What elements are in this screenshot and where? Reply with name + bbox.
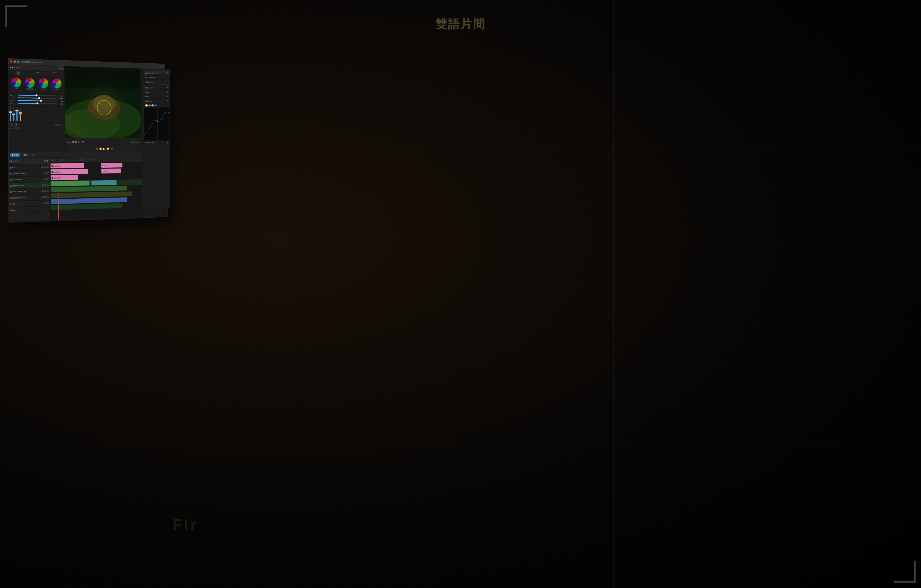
timeline-tab-active[interactable]: 参差初5 [10, 153, 20, 156]
cmd-button[interactable]: ⌘ [14, 123, 18, 126]
cdot-white[interactable] [145, 104, 148, 107]
gain-wheel-circle[interactable] [38, 78, 49, 88]
vslider-1-track[interactable] [10, 108, 11, 121]
grid-line-h3 [0, 441, 921, 441]
effects-close-button[interactable]: × [167, 71, 168, 74]
vc-location-label: ◀◀ ● [67, 141, 71, 143]
track-3-r[interactable]: R [44, 184, 46, 186]
vslider-3-track[interactable] [16, 108, 18, 121]
s4-fill [18, 103, 37, 104]
scope-area [144, 108, 170, 140]
track-0-v[interactable]: V [41, 166, 44, 168]
track-5-v[interactable]: B [42, 196, 44, 198]
close-button[interactable] [10, 60, 12, 62]
playback-controls: ⏮ ⏪ ▶ ⏩ ⏭ [65, 146, 142, 152]
gamma-wheel-circle[interactable] [25, 78, 35, 88]
cdot-blue[interactable] [155, 104, 157, 106]
vsliders-section [8, 106, 65, 123]
lift-wheel-circle[interactable] [11, 77, 21, 88]
clip-1-0-text: ▉ b.S(CSave [52, 171, 61, 173]
ruler-mark-3: 4S:1S [80, 159, 84, 161]
track-item-2: CAL.S题iT.M4 R 0 [9, 176, 50, 183]
track-4-0[interactable]: 0 [47, 190, 49, 192]
vslider-4-thumb[interactable] [19, 112, 22, 114]
vslider-3-thumb[interactable] [15, 110, 19, 112]
vslider-2-thumb[interactable] [12, 114, 15, 115]
effects-title: Pre T/Limitar > S [145, 72, 158, 74]
track-5-0[interactable]: 0 [47, 196, 49, 198]
minimize-button[interactable] [14, 60, 16, 62]
play-button[interactable]: ▶ [103, 147, 105, 150]
gamma-wheel-dot [29, 82, 30, 83]
slider-row-3: 20% ▾ 0% [10, 99, 63, 102]
clip-3-0[interactable] [50, 181, 89, 186]
left-controls-row: × ⌘ 01:00:24:02 [10, 123, 63, 127]
timeline-tracks: 🔍 参差初5 ⊕ ⊠ 双t.c. V R 0 上iam题iT..S [8, 157, 143, 222]
vslider-2 [13, 108, 14, 121]
hue-track[interactable] [18, 97, 57, 99]
cdot-red[interactable] [148, 104, 151, 107]
timeline-timecode: CG [31, 154, 34, 156]
effects-bottom-label: g'/5c0re t/ve4 [145, 142, 155, 143]
track-2-v[interactable]: R [44, 178, 46, 180]
s3-thumb[interactable] [40, 100, 42, 102]
track-6-r[interactable]: R [47, 202, 49, 204]
vslider-1-thumb[interactable] [9, 111, 12, 112]
forward-button[interactable]: ⏩ [107, 148, 109, 150]
track-2-r[interactable]: 0 [47, 178, 49, 180]
track-0-0[interactable]: 0 [47, 166, 49, 168]
sat-thumb[interactable] [35, 94, 37, 96]
track-0-r[interactable]: R [44, 166, 46, 168]
cdot-green[interactable] [151, 104, 154, 106]
track-5-r[interactable]: R [44, 196, 46, 198]
goto-end-button[interactable]: ⏭ [111, 148, 112, 150]
vslider-4 [20, 108, 21, 121]
rewind-button[interactable]: ⏪ [99, 148, 102, 150]
clip-2-0-text: ▉ (C3)e(3)5te [52, 177, 62, 179]
effects-item-1: ⚙ Matching... > [144, 80, 170, 85]
clip-0-1[interactable]: ● 45D1 [101, 163, 122, 168]
track-1-v[interactable]: V [44, 172, 46, 174]
track-6-v[interactable]: B [44, 202, 47, 204]
s3-fill [18, 100, 41, 101]
track-3-icon [10, 185, 11, 187]
corner-bracket-topleft [5, 5, 28, 28]
clip-1-0[interactable]: ▉ b.S(CSave [50, 169, 88, 174]
track-4-r[interactable]: R [44, 190, 46, 192]
hue-thumb[interactable] [38, 97, 40, 99]
x-button[interactable]: × [10, 123, 13, 126]
s4-track[interactable] [18, 103, 57, 104]
gain-wheel[interactable]: Gain [37, 78, 50, 91]
wheels-row: Lift Gamma Gain [10, 77, 63, 91]
offset-wheel[interactable]: Offset [50, 78, 63, 91]
goto-start-button[interactable]: ⏮ [96, 148, 98, 150]
vslider-2-track[interactable] [13, 108, 14, 121]
clip-1-1[interactable]: ● 45D1 [101, 168, 121, 173]
add-track-btn[interactable]: ⊕ ⊠ [44, 160, 48, 162]
s4-label: 0% ▾ [10, 102, 17, 104]
maximize-button[interactable] [17, 61, 19, 63]
vslider-4-track[interactable] [20, 108, 21, 121]
vc-dur: 73:15 · 5 drops [130, 141, 140, 143]
clip-3-1[interactable] [91, 180, 117, 185]
track-4-v[interactable]: B [42, 190, 44, 192]
track-1-r[interactable]: R [47, 172, 49, 174]
timeline-content: 03:00 5CAS:0 73:52 4S:1S S:0:4S ▉ b.S(CS… [50, 157, 143, 220]
track-3-v[interactable]: V [41, 184, 44, 186]
clip-7-0[interactable] [51, 203, 122, 210]
offset-wheel-circle[interactable] [52, 78, 62, 89]
s3-track[interactable] [18, 100, 57, 101]
track-3-0[interactable]: 0 [47, 184, 49, 186]
lift-wheel[interactable]: Lift [10, 77, 23, 90]
corner-bracket-bottomright [893, 560, 916, 583]
effects-item-2: HFCtaves 6 [144, 85, 170, 90]
clip-2-0[interactable]: ▉ (C3)e(3)5te [50, 175, 78, 180]
vc-timecode: 01:00:24:02 [72, 141, 83, 143]
track-2-controls: R 0 [44, 178, 49, 180]
s4-thumb[interactable] [36, 102, 38, 104]
sat-track[interactable] [18, 95, 57, 96]
gamma-wheel[interactable]: Gamma [24, 78, 36, 90]
clip-0-0[interactable]: ▉ b.S(CSave [50, 163, 84, 168]
timeline-tab-2[interactable]: ⌘6 [22, 153, 28, 156]
video-controls-bar: ◀◀ ● 01:00:24:02 73:15 · 5 drops [65, 138, 142, 146]
